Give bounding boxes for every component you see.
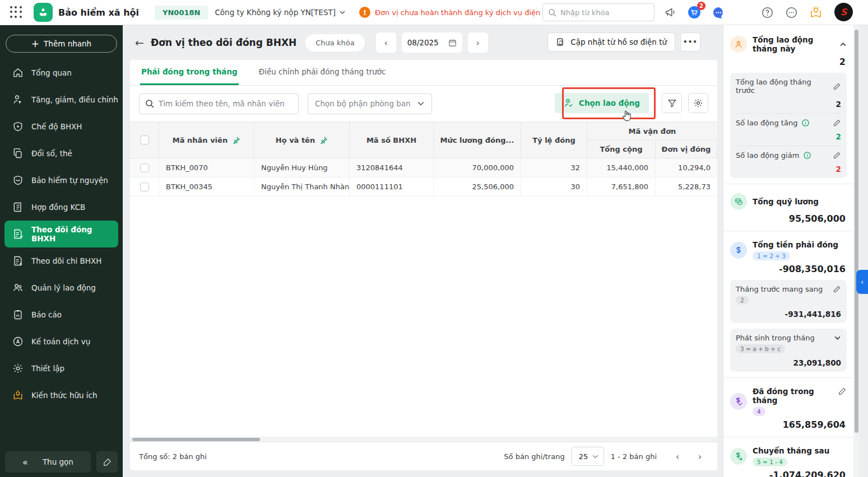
per-page-select[interactable]: 25 [572,447,604,466]
labor-title: Tổng lao động tháng này [753,35,834,53]
page-more-button[interactable]: ••• [680,32,700,52]
prev-month-button[interactable]: ‹ [376,32,396,53]
col-ty-le-dong[interactable]: Tỷ lệ đóng [521,122,587,158]
collapse-label: Thu gọn [43,457,73,466]
sidebar-item-ke-toan[interactable]: Kế toán dịch vụ [0,328,123,355]
sidebar-item-tong-quan[interactable]: Tổng quan [0,59,123,86]
quick-add-button[interactable]: + Thêm nhanh [6,35,117,53]
employee-search[interactable] [139,93,299,114]
sidebar-item-label: Theo dõi đóng BHXH [31,225,118,243]
col-muc-luong[interactable]: Mức lương đóng... [434,122,521,158]
back-button[interactable]: ← [132,35,147,50]
horizontal-scrollbar-thumb[interactable] [132,438,260,441]
pin-icon[interactable] [232,136,240,144]
pencil-icon[interactable] [833,119,841,127]
sidebar-item-thiet-lap[interactable]: Thiết lập [0,355,123,382]
pencil-icon[interactable] [833,82,841,91]
cart-button[interactable]: 2 [686,4,703,21]
chevron-up-icon[interactable] [839,41,847,48]
knowledge-button[interactable] [807,4,824,21]
sidebar-item-hop-dong-kcb[interactable]: Hợp đồng KCB [0,194,123,221]
tab-phai-dong-trong-thang[interactable]: Phải đóng trong tháng [140,60,239,85]
sidebar-item-bao-cao[interactable]: Báo cáo [0,301,123,328]
filter-row: Chọn bộ phận phòng ban Chọn lao động [130,86,717,121]
help-button[interactable] [759,4,776,21]
table-settings-button[interactable] [688,93,708,113]
info-icon[interactable] [801,119,810,127]
content-card: Phải đóng trong tháng Điều chỉnh phải đó… [130,60,717,470]
page-range: 1 - 2 bản ghi [611,452,657,461]
col-tong-cong[interactable]: Tổng cộng [587,141,656,158]
contract-icon [12,202,24,213]
app-logo [34,3,53,22]
row-checkbox[interactable] [140,183,149,191]
pencil-icon[interactable] [833,285,841,293]
vertical-scrollbar[interactable] [853,25,860,477]
cell-ty-le: 30 [521,177,587,196]
tab-dieu-chinh-thang-truoc[interactable]: Điều chỉnh phải đóng tháng trước [258,60,387,85]
global-search-input[interactable] [560,8,639,17]
more-options-button[interactable] [783,4,800,21]
arising-label: Phát sinh trong tháng [736,334,830,342]
pencil-icon[interactable] [833,151,841,160]
next-month-value: -1,074,209,620 [730,467,847,477]
due-value: -908,350,016 [730,261,847,280]
sidebar-item-doi-so-the[interactable]: Đổi sổ, thẻ [0,140,123,167]
col-ma-nhan-vien[interactable]: Mã nhân viên [159,122,254,158]
sidebar-item-bhtn[interactable]: Bảo hiểm tự nguyện [0,167,123,194]
department-select[interactable]: Chọn bộ phận phòng ban [308,93,432,114]
vertical-scrollbar-thumb[interactable] [855,30,858,433]
company-selector[interactable]: Công ty Không ký nộp YN[TEST] [215,8,346,17]
col-ma-so-bhxh[interactable]: Mã số BHXH [350,122,434,158]
col-label: Mức lương đóng... [440,136,514,144]
horizontal-scrollbar[interactable] [130,437,717,442]
prev-page-button[interactable]: ‹ [669,448,686,465]
sidebar-item-kien-thuc[interactable]: Kiến thức hữu ích [0,382,123,409]
col-ho-va-ten[interactable]: Họ và tên [254,122,350,158]
month-picker[interactable]: 08/2025 [402,32,462,53]
info-icon[interactable] [803,151,811,160]
sidebar-item-quan-ly-lao-dong[interactable]: Quản lý lao động [0,274,123,301]
global-search[interactable] [542,3,655,21]
sidebar-item-che-do[interactable]: Chế độ BHXH [0,113,123,140]
gear-icon [693,98,703,108]
sidebar-item-label: Theo dõi chi BHXH [31,256,101,265]
update-from-records-button[interactable]: Cập nhật từ hồ sơ điện tử [547,32,675,52]
summary-panel: Tổng lao động tháng này 2 Tổng lao động … [723,25,853,477]
collapse-sidebar-button[interactable]: « Thu gọn [5,451,91,473]
sidebar-item-tang-giam[interactable]: Tăng, giảm, điều chỉnh [0,86,123,113]
next-page-button[interactable]: › [691,448,708,465]
apps-grid-icon[interactable] [10,6,22,18]
announcement-button[interactable] [662,4,679,21]
cell-ma-nhan-vien: BTKH_00345 [159,177,254,196]
select-all-checkbox[interactable] [140,135,149,144]
next-month-button[interactable]: › [468,32,488,53]
sync-document-icon [556,38,565,47]
employee-search-input[interactable] [159,99,293,108]
chevron-down-icon[interactable] [834,334,841,342]
choose-employee-button[interactable]: Chọn lao động [555,93,649,113]
carry-over-value: -931,441,816 [736,305,841,319]
next-month-section-header: Chuyển tháng sau 5 = 1 - 4 [730,442,847,467]
edit-menu-button[interactable] [96,451,118,473]
choose-employee-label: Chọn lao động [579,99,640,107]
collapse-panel-tab[interactable]: ‹ [856,270,868,294]
pin-icon[interactable] [319,136,328,144]
dollar-icon [730,242,747,259]
row-checkbox[interactable] [140,163,149,172]
user-avatar[interactable]: S [834,3,853,21]
filter-button[interactable] [662,93,682,113]
pencil-icon[interactable] [838,387,847,396]
fund-title: Tổng quỹ lương [753,197,847,206]
table-row[interactable]: BTKH_00345 Nguyễn Thị Thanh Nhànn 000011… [130,177,717,197]
sidebar-item-theo-doi-chi[interactable]: Theo dõi chi BHXH [0,247,123,274]
table-row[interactable]: BTKH_0070 Nguyễn Huy Hùng 3120841644 70,… [130,158,717,177]
cart-count-badge: 2 [697,2,705,10]
sidebar-item-theo-doi-dong[interactable]: Theo dõi đóng BHXH [4,221,118,247]
gear-icon [12,363,24,374]
cell-ho-ten: Nguyễn Huy Hùng [254,158,350,177]
coins-icon [730,193,747,210]
chat-button[interactable] [710,4,727,21]
alert-text: Đơn vị chưa hoàn thành đăng ký dịch vụ đ… [375,8,553,17]
col-don-vi-dong[interactable]: Đơn vị đóng [656,141,717,158]
